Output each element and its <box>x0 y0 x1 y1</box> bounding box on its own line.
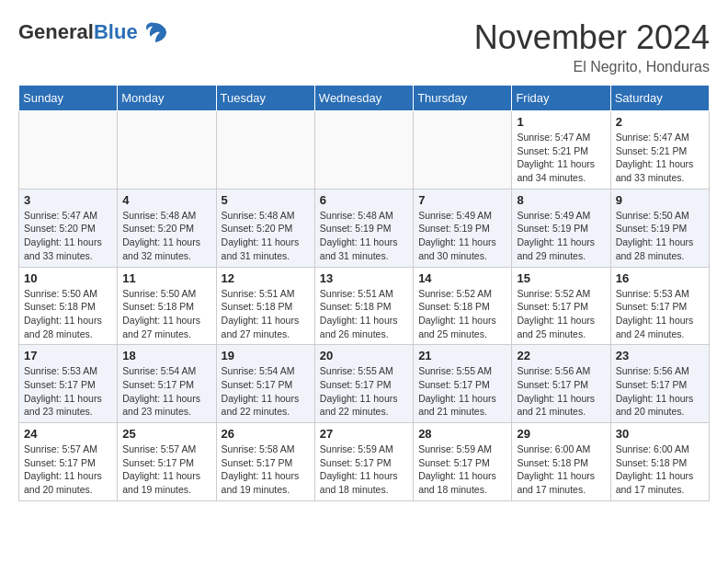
calendar-week-row: 10Sunrise: 5:50 AM Sunset: 5:18 PM Dayli… <box>19 267 710 345</box>
day-info: Sunrise: 5:55 AM Sunset: 5:17 PM Dayligh… <box>320 364 408 419</box>
day-number: 15 <box>517 271 605 285</box>
calendar-cell: 7Sunrise: 5:49 AM Sunset: 5:19 PM Daylig… <box>414 189 512 267</box>
calendar-cell: 1Sunrise: 5:47 AM Sunset: 5:21 PM Daylig… <box>512 111 610 190</box>
calendar-cell: 29Sunrise: 6:00 AM Sunset: 5:18 PM Dayli… <box>512 423 610 501</box>
calendar-cell: 28Sunrise: 5:59 AM Sunset: 5:17 PM Dayli… <box>414 423 512 501</box>
weekday-header-sunday: Sunday <box>19 86 118 111</box>
calendar-cell <box>118 111 216 190</box>
calendar-cell: 2Sunrise: 5:47 AM Sunset: 5:21 PM Daylig… <box>610 111 709 190</box>
day-number: 9 <box>616 193 704 207</box>
day-info: Sunrise: 5:58 AM Sunset: 5:17 PM Dayligh… <box>222 442 310 497</box>
calendar-table: SundayMondayTuesdayWednesdayThursdayFrid… <box>18 85 710 501</box>
page: GeneralBlue November 2024 El Negrito, Ho… <box>0 0 728 511</box>
day-info: Sunrise: 5:54 AM Sunset: 5:17 PM Dayligh… <box>222 364 310 419</box>
calendar-cell <box>314 111 413 190</box>
day-number: 29 <box>517 427 605 441</box>
calendar-week-row: 1Sunrise: 5:47 AM Sunset: 5:21 PM Daylig… <box>19 111 710 190</box>
day-number: 21 <box>418 349 506 362</box>
calendar-cell: 20Sunrise: 5:55 AM Sunset: 5:17 PM Dayli… <box>314 345 413 423</box>
logo-text: GeneralBlue <box>18 18 169 46</box>
day-number: 2 <box>616 115 704 129</box>
day-number: 13 <box>320 271 408 285</box>
weekday-header-tuesday: Tuesday <box>216 86 314 111</box>
calendar-cell: 5Sunrise: 5:48 AM Sunset: 5:20 PM Daylig… <box>216 189 314 267</box>
day-info: Sunrise: 5:51 AM Sunset: 5:18 PM Dayligh… <box>320 287 408 341</box>
day-number: 17 <box>24 349 112 362</box>
day-info: Sunrise: 5:47 AM Sunset: 5:20 PM Dayligh… <box>24 209 112 263</box>
day-number: 18 <box>122 349 210 362</box>
day-number: 24 <box>24 427 112 441</box>
day-info: Sunrise: 5:48 AM Sunset: 5:19 PM Dayligh… <box>320 209 408 263</box>
day-number: 5 <box>222 193 310 207</box>
day-number: 20 <box>320 349 408 362</box>
weekday-header-wednesday: Wednesday <box>314 86 413 111</box>
day-number: 10 <box>24 271 112 285</box>
day-info: Sunrise: 5:59 AM Sunset: 5:17 PM Dayligh… <box>418 442 506 497</box>
day-info: Sunrise: 5:52 AM Sunset: 5:18 PM Dayligh… <box>418 287 506 341</box>
day-number: 30 <box>616 427 704 441</box>
day-info: Sunrise: 5:50 AM Sunset: 5:18 PM Dayligh… <box>24 287 112 341</box>
day-number: 7 <box>418 193 506 207</box>
calendar-cell: 16Sunrise: 5:53 AM Sunset: 5:17 PM Dayli… <box>610 267 709 345</box>
calendar-cell: 3Sunrise: 5:47 AM Sunset: 5:20 PM Daylig… <box>19 189 118 267</box>
day-info: Sunrise: 5:50 AM Sunset: 5:19 PM Dayligh… <box>616 209 704 263</box>
day-number: 27 <box>320 427 408 441</box>
calendar-cell: 14Sunrise: 5:52 AM Sunset: 5:18 PM Dayli… <box>414 267 512 345</box>
weekday-header-thursday: Thursday <box>414 86 512 111</box>
day-number: 4 <box>122 193 210 207</box>
day-info: Sunrise: 5:49 AM Sunset: 5:19 PM Dayligh… <box>418 209 506 263</box>
calendar-cell: 13Sunrise: 5:51 AM Sunset: 5:18 PM Dayli… <box>314 267 413 345</box>
day-info: Sunrise: 5:56 AM Sunset: 5:17 PM Dayligh… <box>517 364 605 419</box>
calendar-cell: 18Sunrise: 5:54 AM Sunset: 5:17 PM Dayli… <box>118 345 216 423</box>
day-number: 14 <box>418 271 506 285</box>
calendar-cell: 17Sunrise: 5:53 AM Sunset: 5:17 PM Dayli… <box>19 345 118 423</box>
day-info: Sunrise: 5:50 AM Sunset: 5:18 PM Dayligh… <box>122 287 210 341</box>
header: GeneralBlue November 2024 El Negrito, Ho… <box>18 18 710 75</box>
calendar-cell: 4Sunrise: 5:48 AM Sunset: 5:20 PM Daylig… <box>118 189 216 267</box>
day-number: 11 <box>122 271 210 285</box>
calendar-week-row: 3Sunrise: 5:47 AM Sunset: 5:20 PM Daylig… <box>19 189 710 267</box>
calendar-cell: 25Sunrise: 5:57 AM Sunset: 5:17 PM Dayli… <box>118 423 216 501</box>
calendar-week-row: 17Sunrise: 5:53 AM Sunset: 5:17 PM Dayli… <box>19 345 710 423</box>
day-info: Sunrise: 5:48 AM Sunset: 5:20 PM Dayligh… <box>222 209 310 263</box>
calendar-cell: 12Sunrise: 5:51 AM Sunset: 5:18 PM Dayli… <box>216 267 314 345</box>
day-number: 22 <box>517 349 605 362</box>
day-number: 26 <box>222 427 310 441</box>
logo-general: GeneralBlue <box>18 22 138 42</box>
month-title: November 2024 <box>474 18 710 57</box>
day-info: Sunrise: 5:48 AM Sunset: 5:20 PM Dayligh… <box>122 209 210 263</box>
weekday-header-monday: Monday <box>118 86 216 111</box>
day-info: Sunrise: 5:53 AM Sunset: 5:17 PM Dayligh… <box>24 364 112 419</box>
location: El Negrito, Honduras <box>474 59 710 75</box>
calendar-cell <box>414 111 512 190</box>
calendar-cell: 9Sunrise: 5:50 AM Sunset: 5:19 PM Daylig… <box>610 189 709 267</box>
day-info: Sunrise: 5:54 AM Sunset: 5:17 PM Dayligh… <box>122 364 210 419</box>
day-info: Sunrise: 5:57 AM Sunset: 5:17 PM Dayligh… <box>122 442 210 497</box>
day-info: Sunrise: 5:55 AM Sunset: 5:17 PM Dayligh… <box>418 364 506 419</box>
day-info: Sunrise: 5:47 AM Sunset: 5:21 PM Dayligh… <box>517 131 605 185</box>
day-number: 28 <box>418 427 506 441</box>
calendar-cell: 24Sunrise: 5:57 AM Sunset: 5:17 PM Dayli… <box>19 423 118 501</box>
calendar-week-row: 24Sunrise: 5:57 AM Sunset: 5:17 PM Dayli… <box>19 423 710 501</box>
calendar-cell: 22Sunrise: 5:56 AM Sunset: 5:17 PM Dayli… <box>512 345 610 423</box>
calendar-cell: 26Sunrise: 5:58 AM Sunset: 5:17 PM Dayli… <box>216 423 314 501</box>
day-number: 1 <box>517 115 605 129</box>
calendar-cell <box>216 111 314 190</box>
weekday-header-friday: Friday <box>512 86 610 111</box>
day-number: 3 <box>24 193 112 207</box>
day-number: 8 <box>517 193 605 207</box>
day-info: Sunrise: 5:59 AM Sunset: 5:17 PM Dayligh… <box>320 442 408 497</box>
day-info: Sunrise: 5:56 AM Sunset: 5:17 PM Dayligh… <box>616 364 704 419</box>
day-info: Sunrise: 5:51 AM Sunset: 5:18 PM Dayligh… <box>222 287 310 341</box>
title-block: November 2024 El Negrito, Honduras <box>474 18 710 75</box>
day-info: Sunrise: 5:57 AM Sunset: 5:17 PM Dayligh… <box>24 442 112 497</box>
calendar-cell: 30Sunrise: 6:00 AM Sunset: 5:18 PM Dayli… <box>610 423 709 501</box>
logo: GeneralBlue <box>18 18 169 46</box>
logo-bird-icon <box>142 18 169 46</box>
day-info: Sunrise: 5:53 AM Sunset: 5:17 PM Dayligh… <box>616 287 704 341</box>
calendar-header-row: SundayMondayTuesdayWednesdayThursdayFrid… <box>19 86 710 111</box>
weekday-header-saturday: Saturday <box>610 86 709 111</box>
day-number: 25 <box>122 427 210 441</box>
day-number: 6 <box>320 193 408 207</box>
day-number: 12 <box>222 271 310 285</box>
